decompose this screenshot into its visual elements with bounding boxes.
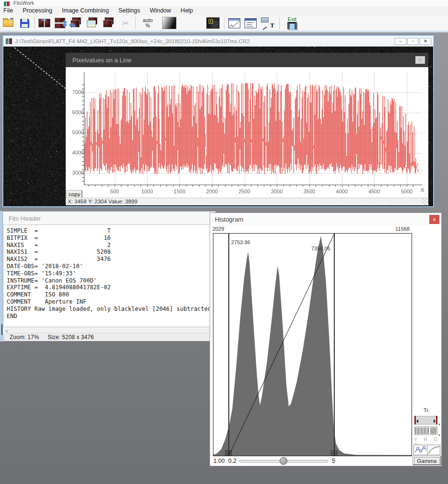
open-file-button[interactable] (0, 16, 16, 30)
histogram-window-button[interactable] (226, 16, 242, 30)
save-button[interactable] (16, 16, 33, 30)
fitswork-app: FitsWork File Processing Image Combining… (0, 0, 448, 484)
fits-header-text: SIMPLE = T BITPIX = 16 NAXIS = 2 NAXIS1 … (4, 225, 214, 319)
resize-grip[interactable] (422, 199, 428, 205)
transfer-label: Tr. (424, 407, 429, 413)
histogram-max-label: 11568 (395, 226, 410, 232)
x-axis-name: X (421, 187, 424, 193)
gradient-icon (162, 17, 177, 29)
app-titlebar: FitsWork (0, 0, 448, 6)
x-tick-label: 4000 (331, 189, 353, 194)
scissors-icon: ✂ (122, 19, 129, 28)
histogram-window: Histogram x 2029 11568 2753.96 7358.06 T… (210, 212, 442, 466)
toolbar-separator (279, 17, 280, 29)
histogram-min-label: 2029 (212, 226, 224, 232)
x-tick-label: 1000 (137, 189, 158, 194)
zoom-level: Zoom: 17% (10, 334, 39, 341)
copy-image-button[interactable] (85, 16, 101, 30)
image-canvas-area[interactable]: Pixelvalues on a Line x X copy X: 3458 Y… (3, 47, 433, 206)
star-pick-button[interactable] (203, 16, 223, 30)
x-tick-label: 2000 (201, 189, 223, 194)
pixel-plot-title: Pixelvalues on a Line (72, 57, 131, 64)
desktop-area: J:\Test\Göran\FLATT_F4 M42_LIGHT_Tv120s_… (0, 31, 448, 484)
histogram-stretch-widget[interactable] (414, 426, 437, 435)
duplicate-image-button[interactable] (101, 16, 118, 30)
menu-bar: File Processing Image Combining Settings… (0, 6, 448, 15)
x-tick-label: 500 (104, 189, 125, 194)
y-tick-label: 7000 (68, 89, 84, 95)
cut-button[interactable]: ✂ (118, 16, 134, 30)
fits-header-body: SIMPLE = T BITPIX = 16 NAXIS = 2 NAXIS1 … (3, 224, 215, 327)
minimize-button[interactable]: – (395, 38, 406, 45)
menu-processing[interactable]: Processing (18, 6, 57, 15)
gamma-value: 1.00 (213, 458, 224, 464)
flip-horizontal-icon: ⇔ (38, 19, 50, 27)
close-button[interactable]: ✕ (420, 38, 431, 45)
pixel-plot-window: Pixelvalues on a Line x X copy X: 3458 Y… (66, 53, 428, 205)
pixel-plot-titlebar[interactable]: Pixelvalues on a Line x (66, 53, 428, 67)
menu-settings[interactable]: Settings (114, 6, 145, 15)
image-size: Size: 5208 x 3476 (47, 334, 94, 341)
histogram-canvas[interactable] (213, 234, 412, 456)
menu-window[interactable]: Window (145, 6, 176, 15)
flip-horizontal-button[interactable]: ⇔ (36, 16, 52, 30)
x-tick-label: 2500 (234, 189, 255, 194)
curve-points-button[interactable] (414, 445, 427, 455)
menu-image-combining[interactable]: Image Combining (57, 6, 114, 15)
auto-scale-button[interactable]: auto% (137, 16, 158, 30)
histogram-close-button[interactable]: x (429, 215, 439, 224)
pixel-plot-chart[interactable] (81, 72, 425, 189)
star-pick-icon (206, 17, 220, 29)
fits-header-window: Fits Header SIMPLE = T BITPIX = 16 NAXIS… (2, 211, 216, 335)
menu-file[interactable]: File (0, 6, 18, 15)
folder-open-icon (3, 20, 13, 27)
maximize-button[interactable]: ▫ (407, 38, 419, 45)
picker-stamp-icon: T (261, 17, 275, 29)
transfer-range-slider[interactable] (414, 416, 437, 425)
pixel-plot-close-button[interactable]: x (415, 56, 425, 64)
x-tick-label: 4500 (364, 189, 385, 194)
gamma-button[interactable]: Gamma (413, 456, 441, 465)
image-window-icon (6, 38, 12, 44)
zoom-status-bar: Zoom: 17% Size: 5208 x 3476 (4, 333, 210, 341)
toolbar: ⇔ ⇕ ↷ ✂ auto% (0, 15, 448, 31)
image-window-titlebar[interactable]: J:\Test\Göran\FLATT_F4 M42_LIGHT_Tv120s_… (3, 36, 433, 47)
histogram-window-icon (228, 18, 240, 28)
auto-scale-label: auto% (143, 18, 153, 28)
picker-stamp-button[interactable]: T (259, 16, 278, 30)
white-point-label: 7358.06 (311, 246, 330, 251)
curve-smooth-button[interactable] (427, 445, 440, 455)
duplicate-image-icon (103, 17, 116, 29)
y-tick-label: 6000 (68, 109, 84, 115)
rotate-button[interactable]: ↷ (69, 16, 85, 30)
copy-button[interactable]: copy (67, 190, 82, 198)
flip-vertical-icon: ⇕ (55, 18, 66, 28)
image-window-title: J:\Test\Göran\FLATT_F4 M42_LIGHT_Tv120s_… (15, 38, 394, 44)
app-icon (4, 1, 10, 6)
pixel-plot-statusbar: X: 3458 Y: 2304 Value: 3899 (66, 198, 428, 205)
exit-button[interactable]: Exit (281, 16, 303, 30)
range-sub-x: x (438, 422, 440, 426)
image-window: J:\Test\Göran\FLATT_F4 M42_LIGHT_Tv120s_… (2, 35, 434, 207)
flip-vertical-button[interactable]: ⇕ (52, 16, 69, 30)
y-tick-label: 3000 (68, 170, 84, 176)
histogram-titlebar[interactable]: Histogram x (210, 213, 441, 225)
fits-header-title: Fits Header (9, 215, 41, 222)
histogram-plot[interactable]: 2753.96 7358.06 (213, 233, 412, 456)
app-title: FitsWork (13, 0, 34, 6)
toolbar-separator (224, 17, 224, 29)
rotate-icon: ↷ (71, 17, 83, 29)
exit-icon: Exit (287, 17, 297, 29)
copy-image-icon (87, 17, 99, 29)
measure-line (14, 47, 66, 89)
gamma-slider-thumb[interactable] (280, 457, 287, 465)
gradient-levels-button[interactable] (158, 16, 180, 30)
list-window-button[interactable] (242, 16, 259, 30)
x-tick-label: 3500 (299, 189, 320, 194)
x-tick-label: 3000 (266, 189, 287, 194)
fits-header-titlebar[interactable]: Fits Header (3, 212, 215, 224)
menu-help[interactable]: Help (176, 6, 198, 15)
y-tick-label: 4000 (68, 150, 84, 155)
list-window-icon (245, 18, 257, 28)
toolbar-separator (34, 17, 35, 29)
